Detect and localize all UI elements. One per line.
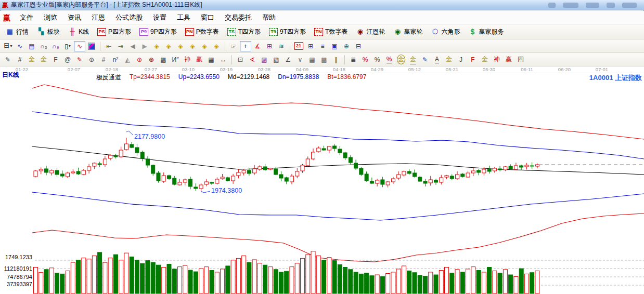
grid-dots-2-icon[interactable]: ▩ xyxy=(318,55,330,65)
skip-first-icon[interactable]: ⇤ xyxy=(103,41,114,51)
menu-item-工具[interactable]: 工具 xyxy=(172,11,196,24)
width-marker-icon[interactable]: ↔ xyxy=(217,55,229,65)
trend-blue-icon[interactable]: ∿ xyxy=(14,41,25,51)
percent-icon[interactable]: % xyxy=(371,55,383,65)
grid-123-icon[interactable]: ▦ xyxy=(205,55,217,65)
gold-lines-icon[interactable]: 金 xyxy=(407,55,419,65)
kline-button[interactable]: ╫K线 xyxy=(65,26,93,38)
a-angle-icon[interactable]: A xyxy=(431,55,443,65)
f-angle-icon[interactable]: F xyxy=(467,55,479,65)
calculator-icon[interactable]: ⊞ xyxy=(305,41,316,51)
ruler-2-icon[interactable]: # xyxy=(98,55,109,65)
web-icon[interactable]: ⊕ xyxy=(341,41,352,51)
p-square-button[interactable]: PSP四方形 xyxy=(94,26,135,38)
menu-item-浏览[interactable]: 浏览 xyxy=(38,11,62,24)
box-tool-icon[interactable]: ⊡ xyxy=(235,55,246,65)
window-control-button[interactable] xyxy=(586,3,599,8)
percent-line-icon[interactable]: % xyxy=(383,55,395,65)
menu-item-公式选股[interactable]: 公式选股 xyxy=(110,11,148,24)
target-red-icon[interactable]: ⊕ xyxy=(134,55,145,65)
t-number-table-button[interactable]: TNT数字表 xyxy=(311,26,351,38)
window-control-button[interactable] xyxy=(607,3,615,8)
tangent-tool-icon[interactable]: ∡ xyxy=(252,41,263,51)
page-next-icon[interactable]: ▶ xyxy=(139,41,150,51)
purple-tool-icon[interactable]: ⊞ xyxy=(264,41,275,51)
angle-lines-icon[interactable]: ∠ xyxy=(282,55,294,65)
color-histogram-icon[interactable] xyxy=(88,43,95,50)
9p-square-button[interactable]: P99P四方形 xyxy=(136,26,181,38)
p-number-table-button[interactable]: PNP数字表 xyxy=(182,26,223,38)
diamond-all-icon[interactable]: ◈ xyxy=(199,41,210,51)
menu-item-江恩[interactable]: 江恩 xyxy=(86,11,110,24)
gold-angle-1-icon[interactable]: 金 xyxy=(443,55,455,65)
menu-item-帮助[interactable]: 帮助 xyxy=(257,11,281,24)
window-control-button[interactable] xyxy=(622,3,637,8)
window-control-button[interactable] xyxy=(563,3,578,8)
percent-list-icon[interactable]: ≣ xyxy=(347,55,359,65)
menu-item-资讯[interactable]: 资讯 xyxy=(62,11,86,24)
period-day-icon[interactable]: 日▾ xyxy=(2,41,14,51)
hand-tool-icon[interactable]: ☞ xyxy=(228,41,239,51)
brush-bars-icon[interactable]: ✎ xyxy=(419,55,431,65)
brush-red-icon[interactable]: ✎ xyxy=(74,55,85,65)
fan-box-icon[interactable]: ▨ xyxy=(259,55,270,65)
i-quote-icon[interactable]: И″ xyxy=(170,55,181,65)
fan-grid-icon[interactable]: ▧ xyxy=(271,55,282,65)
ying-gate-icon[interactable]: 赢 xyxy=(194,55,205,65)
time-dial-icon[interactable]: ⊕ xyxy=(86,55,97,65)
brush-icon[interactable]: ✎ xyxy=(2,55,14,65)
crosshair-tool-icon[interactable]: + xyxy=(240,41,251,51)
gold-gate-1-icon[interactable]: 金 xyxy=(26,55,37,65)
chart-canvas[interactable]: 01-2202-0702-1802-2703-1003-1903-2804-09… xyxy=(0,66,644,294)
9t-square-button[interactable]: T99T四方形 xyxy=(265,26,310,38)
save-icon[interactable]: ▣ xyxy=(329,41,340,51)
menu-item-交易委托[interactable]: 交易委托 xyxy=(220,11,257,24)
gold-circle-icon[interactable]: 金 xyxy=(395,55,407,65)
ying-angle-icon[interactable]: 赢 xyxy=(503,55,514,65)
candle-style-icon[interactable]: ▯▾ xyxy=(62,41,73,51)
j-angle-icon[interactable]: J xyxy=(455,55,467,65)
shen-angle-icon[interactable]: 神 xyxy=(491,55,503,65)
bars-9-icon[interactable]: ∩₉ xyxy=(50,41,61,51)
parallel-lines-icon[interactable]: ∥ xyxy=(330,55,342,65)
spider-web-icon[interactable]: ⊛ xyxy=(146,55,157,65)
si-angle-icon[interactable]: 四 xyxy=(515,55,526,65)
info-doc-icon[interactable]: ▤ xyxy=(26,41,37,51)
t-square-button[interactable]: TST四方形 xyxy=(224,26,264,38)
cone-icon[interactable]: ◭ xyxy=(122,55,133,65)
diamond-shrink-icon[interactable]: ◈ xyxy=(187,41,198,51)
remote-pc-icon[interactable]: ⊟ xyxy=(353,41,364,51)
shen-gate-icon[interactable]: 神 xyxy=(182,55,193,65)
fan-red-icon[interactable]: ∢ xyxy=(247,55,258,65)
menu-item-窗口[interactable]: 窗口 xyxy=(196,11,220,24)
winner-wheel-button[interactable]: ◉赢家轮 xyxy=(390,26,426,38)
grid-dots-1-icon[interactable]: ▦ xyxy=(306,55,318,65)
gold-angle-2-icon[interactable]: 金 xyxy=(479,55,491,65)
menu-item-设置[interactable]: 设置 xyxy=(148,11,172,24)
gold-gate-2-icon[interactable]: 金 xyxy=(38,55,49,65)
winner-service-button[interactable]: $赢家服务 xyxy=(465,26,507,38)
gann-wheel-button[interactable]: ◉江恩轮 xyxy=(352,26,389,38)
gann-ruler-icon[interactable]: # xyxy=(14,55,25,65)
window-controls[interactable] xyxy=(548,3,642,8)
skip-last-icon[interactable]: ⇥ xyxy=(115,41,126,51)
diamond-right-icon[interactable]: ◈ xyxy=(163,41,174,51)
diamond-expand-icon[interactable]: ◈ xyxy=(175,41,186,51)
menu-item-文件[interactable]: 文件 xyxy=(15,11,38,24)
spiral-icon[interactable]: @ xyxy=(62,55,73,65)
chart-area[interactable]: 01-2202-0702-1802-2703-1003-1903-2804-09… xyxy=(0,66,644,294)
notepad-icon[interactable]: ≡ xyxy=(317,41,328,51)
web-box-icon[interactable]: ▩ xyxy=(158,55,169,65)
wave-tool-icon[interactable]: ≋ xyxy=(276,41,287,51)
f-gate-icon[interactable]: F xyxy=(50,55,61,65)
bars-3-icon[interactable]: ∩₃ xyxy=(38,41,49,51)
sectors-button[interactable]: ▚板块 xyxy=(33,26,63,38)
percent-7-icon[interactable]: % xyxy=(359,55,371,65)
trend-red-icon[interactable]: ∿ xyxy=(74,41,85,51)
diamond-left-icon[interactable]: ◈ xyxy=(151,41,162,51)
hexagon-button[interactable]: ⬡六角形 xyxy=(427,26,463,38)
window-control-button[interactable] xyxy=(548,3,556,8)
n-square-icon[interactable]: n² xyxy=(110,55,121,65)
calendar-icon[interactable]: 21 xyxy=(293,41,304,51)
diamond-fit-icon[interactable]: ◈ xyxy=(211,41,222,51)
